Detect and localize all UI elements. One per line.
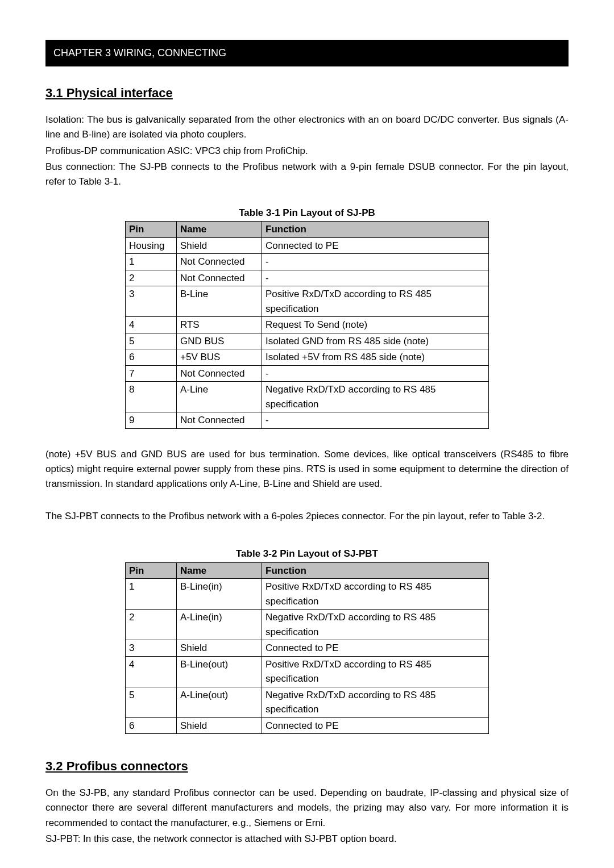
table-row: 5GND BUSIsolated GND from RS 485 side (n… — [126, 333, 489, 349]
section-3-2-heading: 3.2 Profibus connectors — [45, 757, 569, 775]
table-row: 6ShieldConnected to PE — [126, 717, 489, 734]
table-row: 3ShieldConnected to PE — [126, 640, 489, 657]
table-row: HousingShieldConnected to PE — [126, 237, 489, 254]
table-3-1: Pin Name Function HousingShieldConnected… — [125, 221, 489, 429]
cell-function: - — [262, 270, 489, 286]
cell-pin: 5 — [126, 687, 177, 717]
table-row: 2Not Connected- — [126, 270, 489, 286]
cell-pin: 4 — [126, 317, 177, 333]
cell-function: Request To Send (note) — [262, 317, 489, 333]
cell-name: Shield — [177, 717, 262, 734]
cell-pin: 6 — [126, 717, 177, 734]
cell-pin: 4 — [126, 656, 177, 687]
table-row: 5A-Line(out)Negative RxD/TxD according t… — [126, 687, 489, 717]
note-block: (note) +5V BUS and GND BUS are used for … — [45, 447, 569, 492]
table-row: 2A-Line(in)Negative RxD/TxD according to… — [126, 610, 489, 640]
cell-name: A-Line(in) — [177, 610, 262, 640]
cell-name: B-Line — [177, 286, 262, 317]
cell-name: Shield — [177, 640, 262, 657]
cell-pin: 2 — [126, 270, 177, 286]
cell-function: Positive RxD/TxD according to RS 485 spe… — [262, 579, 489, 610]
cell-function: Connected to PE — [262, 717, 489, 734]
cell-pin: Housing — [126, 237, 177, 254]
cell-function: Negative RxD/TxD according to RS 485 spe… — [262, 610, 489, 640]
cell-function: Negative RxD/TxD according to RS 485 spe… — [262, 382, 489, 412]
cell-name: B-Line(in) — [177, 579, 262, 610]
chapter-header: CHAPTER 3 WIRING, CONNECTING — [45, 40, 569, 66]
cell-pin: 5 — [126, 333, 177, 349]
cell-pin: 1 — [126, 254, 177, 270]
cell-name: Not Connected — [177, 254, 262, 270]
table-3-2-caption: Table 3-2 Pin Layout of SJ-PBT — [45, 546, 569, 561]
note-paragraph: (note) +5V BUS and GND BUS are used for … — [45, 447, 569, 492]
cell-name: Not Connected — [177, 270, 262, 286]
cell-function: Positive RxD/TxD according to RS 485 spe… — [262, 286, 489, 317]
table-row: 4B-Line(out)Positive RxD/TxD according t… — [126, 656, 489, 687]
cell-pin: 3 — [126, 286, 177, 317]
bus-connection-paragraph: Bus connection: The SJ-PB connects to th… — [45, 160, 569, 190]
table-row: 3B-LinePositive RxD/TxD according to RS … — [126, 286, 489, 317]
table-3-2: Pin Name Function 1B-Line(in)Positive Rx… — [125, 562, 489, 735]
table-row: 9Not Connected- — [126, 412, 489, 429]
cell-pin: 2 — [126, 610, 177, 640]
cell-name: A-Line(out) — [177, 687, 262, 717]
cell-function: - — [262, 254, 489, 270]
connectors-paragraph-1: On the SJ-PB, any standard Profibus conn… — [45, 786, 569, 831]
table-header-row: Pin Name Function — [126, 562, 489, 579]
th-name: Name — [177, 562, 262, 579]
cell-function: - — [262, 412, 489, 429]
sj-pbt-intro: The SJ-PBT connects to the Profibus netw… — [45, 509, 569, 524]
table-row: 8A-LineNegative RxD/TxD according to RS … — [126, 382, 489, 412]
cell-name: Not Connected — [177, 365, 262, 382]
cell-name: RTS — [177, 317, 262, 333]
th-function: Function — [262, 222, 489, 238]
asic-paragraph: Profibus-DP communication ASIC: VPC3 chi… — [45, 144, 569, 158]
table-row: 7Not Connected- — [126, 365, 489, 382]
cell-function: Connected to PE — [262, 237, 489, 254]
connectors-paragraph-2: SJ-PBT: In this case, the network connec… — [45, 832, 569, 846]
cell-pin: 3 — [126, 640, 177, 657]
cell-function: - — [262, 365, 489, 382]
cell-name: Not Connected — [177, 412, 262, 429]
section-3-2-text: On the SJ-PB, any standard Profibus conn… — [45, 786, 569, 846]
cell-name: A-Line — [177, 382, 262, 412]
cell-name: +5V BUS — [177, 349, 262, 366]
cell-name: GND BUS — [177, 333, 262, 349]
cell-function: Positive RxD/TxD according to RS 485 spe… — [262, 656, 489, 687]
table-row: 1B-Line(in)Positive RxD/TxD according to… — [126, 579, 489, 610]
table-header-row: Pin Name Function — [126, 222, 489, 238]
table-row: 4RTSRequest To Send (note) — [126, 317, 489, 333]
cell-pin: 7 — [126, 365, 177, 382]
table-row: 1Not Connected- — [126, 254, 489, 270]
cell-pin: 6 — [126, 349, 177, 366]
th-pin: Pin — [126, 562, 177, 579]
th-function: Function — [262, 562, 489, 579]
cell-name: B-Line(out) — [177, 656, 262, 687]
cell-function: Negative RxD/TxD according to RS 485 spe… — [262, 687, 489, 717]
cell-pin: 8 — [126, 382, 177, 412]
cell-function: Isolated +5V from RS 485 side (note) — [262, 349, 489, 366]
sj-pbt-paragraph: The SJ-PBT connects to the Profibus netw… — [45, 509, 569, 524]
section-3-1-text: Isolation: The bus is galvanically separ… — [45, 112, 569, 190]
cell-function: Isolated GND from RS 485 side (note) — [262, 333, 489, 349]
cell-function: Connected to PE — [262, 640, 489, 657]
section-3-1-heading: 3.1 Physical interface — [45, 84, 569, 102]
cell-pin: 9 — [126, 412, 177, 429]
isolation-paragraph: Isolation: The bus is galvanically separ… — [45, 112, 569, 143]
th-pin: Pin — [126, 222, 177, 238]
cell-name: Shield — [177, 237, 262, 254]
th-name: Name — [177, 222, 262, 238]
cell-pin: 1 — [126, 579, 177, 610]
table-3-1-caption: Table 3-1 Pin Layout of SJ-PB — [45, 206, 569, 220]
table-row: 6+5V BUSIsolated +5V from RS 485 side (n… — [126, 349, 489, 366]
